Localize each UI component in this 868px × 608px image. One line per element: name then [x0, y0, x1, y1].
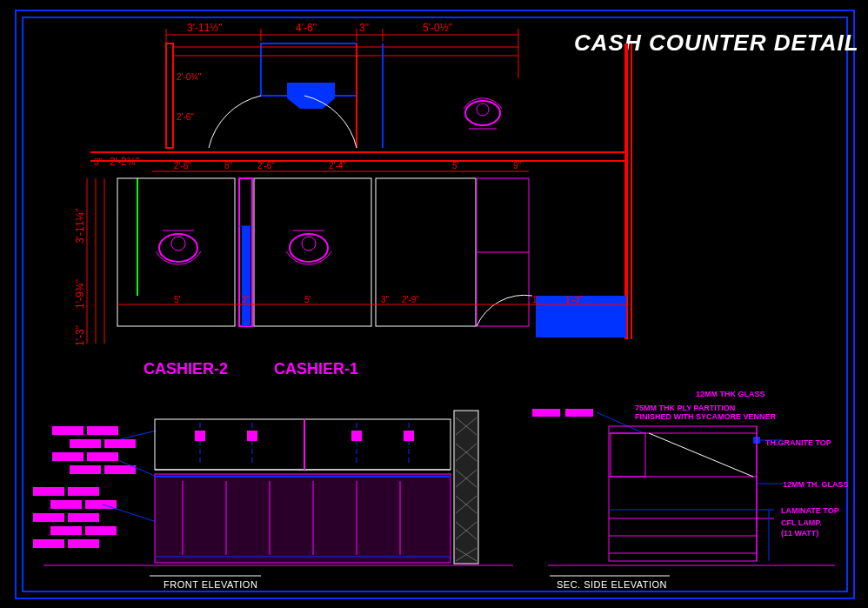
note: 12MM THK GLASS: [696, 390, 765, 398]
person-icon: [464, 98, 502, 129]
svg-point-31: [159, 234, 197, 262]
dim: 5': [174, 295, 181, 304]
svg-rect-46: [104, 465, 136, 474]
label-front-elev: FRONT ELEVATION: [164, 579, 257, 590]
svg-rect-48: [68, 487, 99, 496]
front-elevation: FRONT ELEVATION: [33, 411, 513, 590]
dim: 1'-9¾": [74, 279, 86, 309]
svg-point-32: [171, 237, 185, 251]
dim: 2'-0¾": [177, 72, 202, 82]
svg-point-34: [290, 234, 328, 262]
dim: 2'-2¾": [110, 156, 139, 168]
note: LAMINATE TOP: [781, 506, 839, 515]
svg-rect-60: [155, 419, 451, 470]
note: FINISHED WITH SYCAMORE VENNER: [635, 412, 777, 421]
note: 12MM TH. GLASS: [783, 480, 849, 489]
svg-rect-44: [87, 452, 118, 461]
svg-rect-52: [68, 513, 99, 522]
dim: 2'-6": [174, 161, 191, 170]
dim: 2'-4": [329, 161, 346, 170]
dim: 3'-11½": [187, 22, 223, 34]
svg-rect-41: [70, 439, 101, 448]
svg-rect-67: [195, 431, 205, 441]
svg-rect-56: [68, 539, 99, 548]
svg-rect-70: [404, 431, 414, 441]
note: 75MM THK PLY PARTITION: [635, 404, 735, 412]
dim: 1'-3": [565, 295, 583, 304]
dim: 3": [242, 295, 250, 304]
drawing-title: CASH COUNTER DETAIL: [574, 30, 859, 56]
note: (11 WATT): [781, 529, 818, 538]
svg-rect-98: [609, 426, 757, 561]
dim: 3": [359, 22, 369, 34]
person-icon: [156, 231, 201, 264]
dim: 1': [532, 295, 539, 304]
svg-rect-95: [532, 409, 560, 417]
svg-line-57: [120, 431, 157, 439]
dim: 2'-9": [402, 295, 419, 304]
svg-point-17: [465, 101, 500, 125]
svg-point-35: [302, 237, 316, 251]
dim: 4'-6": [296, 22, 317, 34]
dim: 5': [304, 295, 311, 304]
svg-rect-51: [33, 513, 64, 522]
label-cashier1: CASHIER-1: [274, 360, 358, 377]
svg-rect-40: [87, 426, 118, 435]
svg-rect-54: [85, 526, 117, 535]
svg-rect-28: [242, 226, 250, 326]
dim: 2'-6": [257, 161, 275, 170]
dim: 1'-3": [74, 325, 86, 346]
label-cashier2: CASHIER-2: [144, 360, 228, 377]
svg-rect-68: [247, 431, 257, 441]
svg-rect-101: [611, 433, 645, 477]
dim: 9": [513, 161, 522, 170]
plan-view: 3'-11½" 4'-6" 3" 5'-0½" 2'-0¾" 2'-6" 3" …: [74, 22, 631, 377]
dim: 2'-6": [177, 112, 194, 122]
dim: 5': [452, 161, 459, 170]
dim: 3": [381, 295, 390, 304]
dim: 8": [224, 161, 233, 170]
svg-rect-43: [52, 452, 83, 461]
person-icon: [286, 231, 331, 264]
note: CFL LAMP.: [781, 518, 822, 527]
desk-icon: [287, 83, 335, 109]
svg-rect-45: [70, 465, 101, 474]
svg-rect-71: [155, 474, 451, 563]
svg-rect-47: [33, 487, 64, 496]
svg-line-59: [103, 504, 157, 522]
svg-rect-55: [33, 539, 64, 548]
svg-rect-42: [104, 439, 136, 448]
svg-rect-39: [52, 426, 83, 435]
dim: 3'-11¼": [74, 208, 86, 244]
label-side-elev: SEC. SIDE ELEVATION: [557, 579, 667, 590]
dim: 3": [94, 157, 103, 167]
svg-rect-69: [351, 431, 362, 441]
svg-rect-53: [50, 526, 82, 535]
side-elevation: 12MM THK GLASS 75MM THK PLY PARTITION FI…: [532, 390, 849, 590]
svg-rect-6: [166, 43, 173, 148]
dim: 5'-0½": [423, 22, 452, 34]
svg-rect-49: [50, 500, 82, 509]
svg-rect-96: [565, 409, 593, 417]
svg-line-102: [649, 433, 753, 477]
svg-point-18: [477, 104, 489, 116]
